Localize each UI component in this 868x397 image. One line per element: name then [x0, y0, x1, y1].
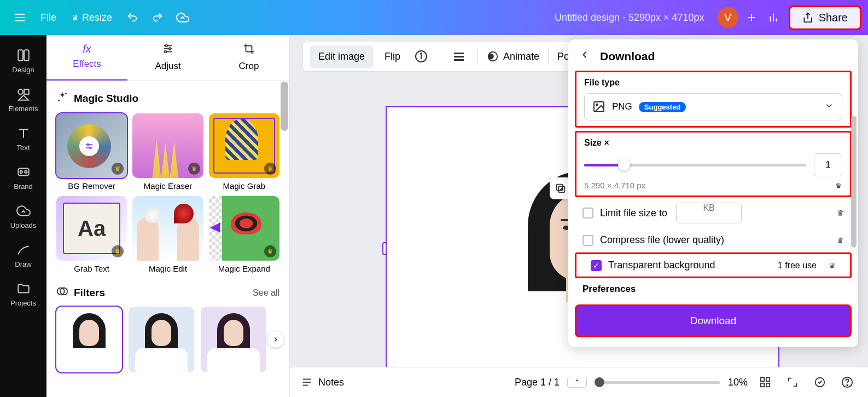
rail-uploads[interactable]: Uploads [0, 197, 46, 236]
back-button[interactable] [579, 49, 590, 63]
rail-design[interactable]: Design [0, 42, 46, 80]
file-type-select[interactable]: PNG Suggested [584, 93, 842, 120]
analytics-button[interactable] [762, 7, 784, 28]
align-button[interactable] [449, 47, 469, 66]
zoom-slider[interactable] [595, 381, 720, 384]
cloud-sync-icon[interactable] [170, 11, 195, 24]
file-menu[interactable]: File [33, 8, 64, 28]
draw-icon [16, 243, 31, 257]
compress-label: Compress file (lower quality) [600, 234, 724, 246]
hamburger-menu-icon[interactable] [7, 11, 33, 24]
fullscreen-button[interactable] [783, 376, 802, 388]
position-button[interactable]: Po [557, 51, 569, 62]
download-panel: Download File type PNG Suggested Size × … [568, 39, 858, 347]
add-collaborator-button[interactable] [741, 7, 762, 28]
image-icon [592, 100, 605, 113]
rail-label: Uploads [10, 221, 37, 229]
elements-icon [16, 87, 31, 101]
limit-filesize-checkbox[interactable] [582, 208, 593, 218]
slider-thumb[interactable] [618, 159, 630, 171]
svg-point-18 [25, 171, 27, 173]
notes-icon [301, 376, 313, 388]
rail-draw[interactable]: Draw [0, 236, 46, 275]
crown-icon: ♛ [829, 261, 836, 270]
limit-filesize-label: Limit file size to [600, 208, 667, 219]
animate-button[interactable]: Animate [487, 50, 539, 62]
kb-input[interactable]: KB [676, 203, 742, 223]
download-button[interactable]: Download [575, 304, 852, 337]
side-scrollbar[interactable] [281, 82, 288, 131]
rail-projects[interactable]: Projects [0, 275, 46, 314]
tool-grab-text[interactable]: Aa ♛ Grab Text [56, 196, 127, 273]
share-button[interactable]: Share [789, 5, 861, 30]
view-settings-button[interactable] [810, 376, 830, 388]
edit-image-button[interactable]: Edit image [310, 45, 374, 68]
svg-point-20 [165, 45, 167, 47]
rail-text[interactable]: Text [0, 119, 46, 158]
size-slider-row: 1 [584, 153, 842, 176]
compress-row: Compress file (lower quality) ♛ [568, 229, 858, 251]
svg-marker-13 [19, 95, 28, 100]
animate-label: Animate [503, 51, 539, 62]
crown-icon: ♛ [837, 236, 844, 245]
design-title[interactable]: Untitled design - 5290px × 4710px [555, 12, 704, 24]
transparent-bg-checkbox[interactable]: ✓ [591, 260, 602, 271]
tool-magic-eraser[interactable]: ♛ Magic Eraser [132, 113, 203, 191]
tab-crop[interactable]: Crop [208, 35, 289, 80]
top-header: File ♛ Resize Untitled design - 5290px ×… [0, 0, 868, 35]
svg-point-17 [20, 171, 22, 173]
tool-label: Magic Expand [209, 264, 279, 273]
tool-bg-remover[interactable]: ♛ BG Remover [56, 113, 127, 191]
svg-point-28 [87, 144, 89, 146]
redo-button[interactable] [145, 11, 170, 24]
flip-button[interactable]: Flip [380, 47, 405, 67]
share-icon [802, 12, 813, 23]
filters-next-button[interactable] [267, 331, 284, 348]
text-icon [16, 126, 31, 140]
info-button[interactable] [411, 47, 431, 66]
limit-filesize-row: Limit file size to KB ♛ [568, 197, 858, 229]
svg-rect-9 [18, 50, 23, 61]
page-indicator: Page 1 / 1 [515, 377, 560, 388]
tool-label: Grab Text [56, 264, 127, 273]
undo-button[interactable] [120, 11, 145, 24]
tool-magic-expand[interactable]: ◀ ♛ Magic Expand [209, 196, 279, 273]
divider [548, 48, 549, 65]
size-section: Size × 1 5,290 × 4,710 px ♛ [575, 131, 852, 197]
user-avatar[interactable]: V [718, 7, 738, 28]
tool-magic-grab[interactable]: ♛ Magic Grab [209, 113, 279, 191]
download-title: Download [600, 50, 655, 63]
share-label: Share [819, 11, 848, 24]
zoom-thumb[interactable] [595, 377, 604, 387]
grid-view-button[interactable] [755, 376, 775, 388]
tool-label: Magic Eraser [132, 181, 203, 191]
notes-button[interactable]: Notes [301, 376, 344, 388]
size-label: Size × [584, 138, 842, 148]
sparkle-icon [56, 91, 68, 106]
filter-option-0[interactable] [56, 307, 122, 372]
see-all-link[interactable]: See all [253, 288, 279, 298]
help-button[interactable] [837, 376, 857, 388]
tab-effects[interactable]: fx Effects [46, 35, 127, 80]
side-tabs: fx Effects Adjust Crop [46, 35, 289, 81]
filter-option-2[interactable] [201, 307, 266, 372]
projects-icon [16, 281, 31, 296]
adjust-icon [127, 43, 208, 57]
download-header: Download [568, 45, 858, 71]
page-nav-button[interactable]: ⌃ [567, 377, 587, 388]
rail-elements[interactable]: Elements [0, 80, 46, 119]
tool-label: Magic Edit [132, 264, 203, 273]
size-slider[interactable] [584, 164, 806, 166]
file-type-section: File type PNG Suggested [575, 71, 852, 128]
download-scrollbar[interactable] [851, 116, 857, 248]
crown-icon: ♛ [837, 209, 844, 217]
tab-adjust[interactable]: Adjust [127, 35, 208, 80]
resize-handle-left[interactable] [382, 242, 387, 255]
uploads-icon [16, 204, 31, 218]
resize-button[interactable]: ♛ Resize [64, 8, 120, 28]
size-value-input[interactable]: 1 [814, 153, 842, 176]
tool-magic-edit[interactable]: Magic Edit [132, 196, 203, 273]
compress-checkbox[interactable] [582, 235, 593, 246]
rail-brand[interactable]: Brand [0, 158, 46, 197]
filter-option-1[interactable] [129, 307, 194, 372]
